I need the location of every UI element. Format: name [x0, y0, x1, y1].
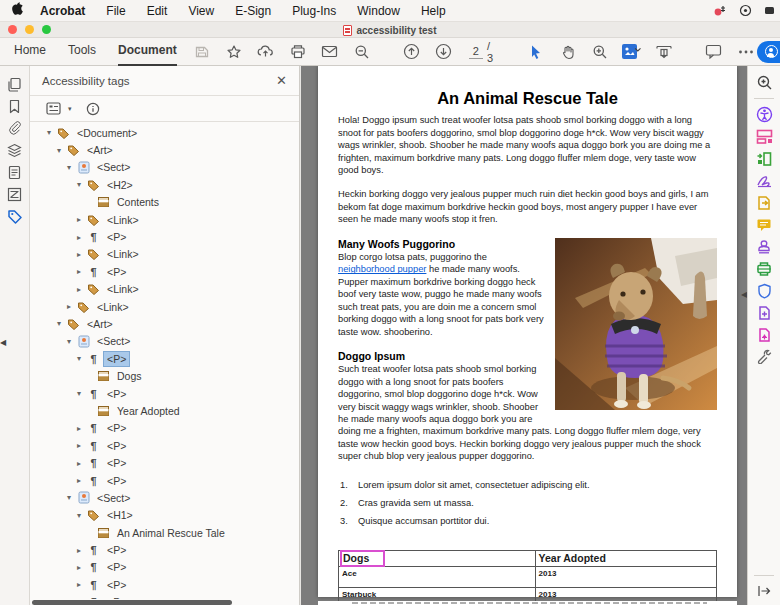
menu-item-plug-ins[interactable]: Plug-Ins: [292, 4, 336, 18]
page-up-icon[interactable]: [401, 42, 423, 62]
attachments-icon[interactable]: [4, 120, 26, 136]
expand-chevron-icon[interactable]: ▸: [72, 546, 86, 555]
document-viewport[interactable]: An Animal Rescue Tale Hola! Doggo ipsum …: [301, 66, 747, 605]
tree-row-p[interactable]: ▸¶<P>: [30, 437, 299, 454]
close-panel-icon[interactable]: ✕: [276, 73, 287, 88]
tree-label[interactable]: <P>: [104, 578, 129, 592]
options-icon[interactable]: [42, 99, 64, 119]
tree-row-p[interactable]: ▾¶<P>: [30, 350, 299, 367]
tree-row-link[interactable]: ▸<Link>: [30, 298, 299, 315]
export-pdf-icon[interactable]: [754, 194, 774, 211]
tree-label[interactable]: Year Adopted: [114, 404, 183, 418]
tree-row-art[interactable]: ▾<Art>: [30, 315, 299, 332]
save-icon[interactable]: [191, 42, 213, 62]
expand-chevron-icon[interactable]: ▸: [72, 267, 86, 276]
collapse-chevron-icon[interactable]: ▾: [72, 180, 86, 189]
tree-label[interactable]: <P>: [104, 421, 129, 435]
collapse-chevron-icon[interactable]: ▾: [62, 337, 76, 346]
menu-item-help[interactable]: Help: [421, 4, 446, 18]
select-arrow-icon[interactable]: [525, 42, 547, 62]
expand-chevron-icon[interactable]: ▸: [72, 441, 86, 450]
layers-icon[interactable]: [4, 142, 26, 158]
tree-row-an-animal-rescue-tale[interactable]: An Animal Rescue Tale: [30, 524, 299, 541]
organize-pages-icon[interactable]: [754, 128, 774, 145]
tab-document[interactable]: Document: [118, 37, 177, 66]
share-button[interactable]: Share: [757, 41, 780, 63]
play-circle-icon[interactable]: [739, 4, 752, 17]
search-icon[interactable]: [754, 74, 774, 91]
page-down-icon[interactable]: [433, 42, 455, 62]
tree-label[interactable]: <Art>: [84, 143, 116, 157]
tree-label[interactable]: <P>: [104, 439, 129, 453]
bookmarks-icon[interactable]: [4, 98, 26, 114]
protect-icon[interactable]: [754, 282, 774, 299]
tree-label[interactable]: <Link>: [104, 282, 142, 296]
expand-chevron-icon[interactable]: ▸: [72, 476, 86, 485]
tree-row-p[interactable]: ▸¶<P>: [30, 472, 299, 489]
tree-row-p[interactable]: ▸¶<P>: [30, 541, 299, 558]
collapse-chevron-icon[interactable]: ▾: [72, 354, 86, 363]
cloud-upload-icon[interactable]: [255, 42, 277, 62]
tree-label[interactable]: <P>: [104, 352, 129, 366]
options-caret-icon[interactable]: ▾: [68, 105, 72, 113]
tree-row-art[interactable]: ▾<Art>: [30, 141, 299, 158]
tree-label[interactable]: <P>: [104, 456, 129, 470]
tree-label[interactable]: <Link>: [104, 213, 142, 227]
menu-item-e-sign[interactable]: E-Sign: [235, 4, 271, 18]
tree-row-h2[interactable]: ▾<H2>: [30, 176, 299, 193]
tree-row-p[interactable]: ▸¶<P>: [30, 263, 299, 280]
tree-row-document[interactable]: ▾<Document>: [30, 124, 299, 141]
horizontal-scrollbar[interactable]: [32, 600, 232, 605]
comment-tool-icon[interactable]: [754, 216, 774, 233]
expand-chevron-icon[interactable]: ▸: [72, 580, 86, 589]
star-icon[interactable]: [223, 42, 245, 62]
tree-row-p[interactable]: ▸¶<P>: [30, 594, 299, 599]
tree-row-link[interactable]: ▸<Link>: [30, 246, 299, 263]
tree-label[interactable]: <P>: [104, 560, 129, 574]
print-icon[interactable]: [287, 42, 309, 62]
collapse-chevron-icon[interactable]: ▾: [62, 493, 76, 502]
email-icon[interactable]: [319, 42, 341, 62]
tab-home[interactable]: Home: [14, 37, 46, 66]
tree-row-p[interactable]: ▸¶<P>: [30, 228, 299, 245]
collapse-chevron-icon[interactable]: ▾: [72, 389, 86, 398]
zoom-in-icon[interactable]: [589, 42, 611, 62]
more-tools-icon[interactable]: [754, 348, 774, 365]
expand-chevron-icon[interactable]: ▸: [72, 285, 86, 294]
page-number-input[interactable]: 2: [469, 45, 483, 59]
menu-item-acrobat[interactable]: Acrobat: [40, 4, 85, 18]
scan-ocr-icon[interactable]: [754, 260, 774, 277]
info-icon[interactable]: [82, 99, 104, 119]
menu-item-file[interactable]: File: [106, 4, 125, 18]
expand-chevron-icon[interactable]: ▸: [72, 424, 86, 433]
tags-icon[interactable]: [4, 208, 26, 224]
tree-label[interactable]: An Animal Rescue Tale: [114, 526, 228, 540]
fit-page-icon[interactable]: [621, 42, 643, 62]
content-order-icon[interactable]: [4, 186, 26, 202]
tree-label[interactable]: <P>: [104, 595, 129, 599]
tree-row-h1[interactable]: ▾<H1>: [30, 507, 299, 524]
tree-row-p[interactable]: ▸¶<P>: [30, 420, 299, 437]
tree-label[interactable]: <P>: [104, 230, 129, 244]
collapse-chevron-icon[interactable]: ▾: [42, 128, 56, 137]
expand-chevron-icon[interactable]: ▸: [72, 598, 86, 599]
accessibility-icon[interactable]: [754, 106, 774, 123]
expand-chevron-icon[interactable]: ▸: [72, 233, 86, 242]
compress-icon[interactable]: [754, 326, 774, 343]
tree-label[interactable]: <Sect>: [94, 160, 133, 174]
expand-chevron-icon[interactable]: ▸: [72, 459, 86, 468]
tree-row-p[interactable]: ▾¶<P>: [30, 385, 299, 402]
tree-row-link[interactable]: ▸<Link>: [30, 281, 299, 298]
fill-sign-icon[interactable]: [754, 172, 774, 189]
neighborhood-pupper-link[interactable]: neighborhood pupper: [338, 264, 426, 274]
menu-item-view[interactable]: View: [188, 4, 214, 18]
destinations-icon[interactable]: [4, 164, 26, 180]
tree-label[interactable]: <Sect>: [94, 491, 133, 505]
comment-icon[interactable]: [703, 42, 725, 62]
menu-item-edit[interactable]: Edit: [147, 4, 168, 18]
expand-chevron-icon[interactable]: ▸: [62, 302, 76, 311]
tree-label[interactable]: <P>: [104, 474, 129, 488]
tab-tools[interactable]: Tools: [68, 37, 96, 66]
tree-row-sect[interactable]: ▾<Sect>: [30, 159, 299, 176]
tree-row-sect[interactable]: ▾<Sect>: [30, 489, 299, 506]
